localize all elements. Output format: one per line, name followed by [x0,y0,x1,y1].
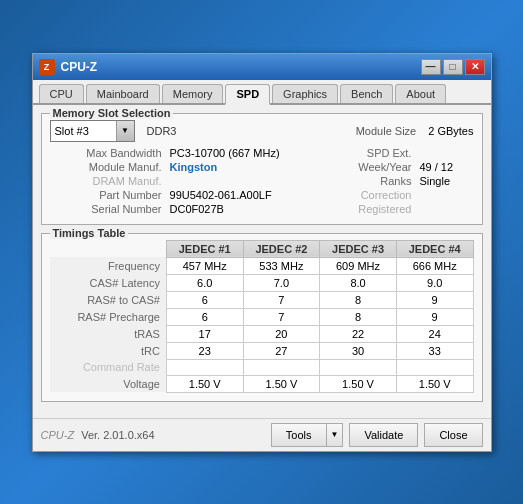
table-row: Command Rate [50,359,474,375]
cell-volt-1: 1.50 V [166,375,243,392]
info-value-blue: Kingston [166,160,331,174]
slot-dropdown-arrow[interactable]: ▼ [116,121,134,141]
cell-trc-2: 27 [243,342,320,359]
info-label: Part Number [50,188,166,202]
cell-cas-3: 8.0 [320,274,397,291]
info-value: Single [415,174,473,188]
info-label: Module Manuf. [50,160,166,174]
info-label: Max Bandwidth [50,146,166,160]
cell-ras-pre-4: 9 [396,308,473,325]
table-row: Voltage 1.50 V 1.50 V 1.50 V 1.50 V [50,375,474,392]
cell-cmd-3 [320,359,397,375]
cell-cmd-1 [166,359,243,375]
app-icon: Z [39,59,55,75]
version-number: Ver. 2.01.0.x64 [81,429,154,441]
cell-ras-cas-4: 9 [396,291,473,308]
info-value: 99U5402-061.A00LF [166,188,331,202]
app-name-footer: CPU-Z [41,429,75,441]
cell-cas-1: 6.0 [166,274,243,291]
module-size-value: 2 GBytes [428,125,473,137]
tools-button[interactable]: Tools [271,423,326,447]
tab-mainboard[interactable]: Mainboard [86,84,160,103]
cell-ras-pre-2: 7 [243,308,320,325]
version-label: CPU-Z Ver. 2.01.0.x64 [41,429,265,441]
col-header-jedec4: JEDEC #4 [396,240,473,257]
tab-bench[interactable]: Bench [340,84,393,103]
table-row: DRAM Manuf. Ranks Single [50,174,474,188]
close-window-button[interactable]: ✕ [465,59,485,75]
timings-section: Timings Table JEDEC #1 JEDEC #2 JEDEC #3… [41,233,483,402]
info-label: Ranks [330,174,415,188]
info-label-disabled: DRAM Manuf. [50,174,166,188]
minimize-button[interactable]: — [421,59,441,75]
cell-cas-2: 7.0 [243,274,320,291]
cell-ras-pre-1: 6 [166,308,243,325]
cell-tras-4: 24 [396,325,473,342]
info-value: 49 / 12 [415,160,473,174]
cell-cas-4: 9.0 [396,274,473,291]
cell-freq-1: 457 MHz [166,257,243,274]
col-header-empty [50,240,167,257]
cell-tras-3: 22 [320,325,397,342]
tools-dropdown-arrow[interactable]: ▼ [326,423,344,447]
col-header-jedec3: JEDEC #3 [320,240,397,257]
row-label-tras: tRAS [50,325,167,342]
cell-trc-1: 23 [166,342,243,359]
cell-ras-pre-3: 8 [320,308,397,325]
main-window: Z CPU-Z — □ ✕ CPU Mainboard Memory SPD G… [32,53,492,452]
cell-ras-cas-3: 8 [320,291,397,308]
slot-selector[interactable]: Slot #3 ▼ [50,120,135,142]
col-header-jedec1: JEDEC #1 [166,240,243,257]
table-row: CAS# Latency 6.0 7.0 8.0 9.0 [50,274,474,291]
tab-graphics[interactable]: Graphics [272,84,338,103]
tab-spd[interactable]: SPD [225,84,270,105]
info-label-disabled: Registered [330,202,415,216]
memory-slot-section-label: Memory Slot Selection [50,107,174,119]
tab-memory[interactable]: Memory [162,84,224,103]
info-value: DC0F027B [166,202,331,216]
cell-ras-cas-2: 7 [243,291,320,308]
tools-button-group: Tools ▼ [271,423,344,447]
close-button[interactable]: Close [424,423,482,447]
content-area: Memory Slot Selection Slot #3 ▼ DDR3 Mod… [33,105,491,418]
tab-cpu[interactable]: CPU [39,84,84,103]
table-row: RAS# to CAS# 6 7 8 9 [50,291,474,308]
module-size-label: Module Size [356,125,417,137]
col-header-jedec2: JEDEC #2 [243,240,320,257]
cell-volt-3: 1.50 V [320,375,397,392]
maximize-button[interactable]: □ [443,59,463,75]
info-value-disabled [166,174,331,188]
info-value-disabled [415,188,473,202]
window-controls: — □ ✕ [421,59,485,75]
row-label-cas: CAS# Latency [50,274,167,291]
row-label-ras-to-cas: RAS# to CAS# [50,291,167,308]
timings-header-row: JEDEC #1 JEDEC #2 JEDEC #3 JEDEC #4 [50,240,474,257]
row-label-frequency: Frequency [50,257,167,274]
table-row: Frequency 457 MHz 533 MHz 609 MHz 666 MH… [50,257,474,274]
tab-bar: CPU Mainboard Memory SPD Graphics Bench … [33,80,491,105]
cell-tras-1: 17 [166,325,243,342]
validate-button[interactable]: Validate [349,423,418,447]
window-title: CPU-Z [61,60,421,74]
info-label: Serial Number [50,202,166,216]
table-row: Serial Number DC0F027B Registered [50,202,474,216]
table-row: tRC 23 27 30 33 [50,342,474,359]
cell-trc-4: 33 [396,342,473,359]
timings-table: JEDEC #1 JEDEC #2 JEDEC #3 JEDEC #4 Freq… [50,240,474,393]
footer: CPU-Z Ver. 2.01.0.x64 Tools ▼ Validate C… [33,418,491,451]
row-label-voltage: Voltage [50,375,167,392]
row-label-ras-precharge: RAS# Precharge [50,308,167,325]
table-row: Max Bandwidth PC3-10700 (667 MHz) SPD Ex… [50,146,474,160]
cell-ras-cas-1: 6 [166,291,243,308]
tab-about[interactable]: About [395,84,446,103]
slot-row: Slot #3 ▼ DDR3 Module Size 2 GBytes [50,120,474,142]
row-label-cmd-rate: Command Rate [50,359,167,375]
cell-cmd-2 [243,359,320,375]
info-label-disabled: Correction [330,188,415,202]
table-row: tRAS 17 20 22 24 [50,325,474,342]
cell-freq-2: 533 MHz [243,257,320,274]
cell-trc-3: 30 [320,342,397,359]
table-row: Part Number 99U5402-061.A00LF Correction [50,188,474,202]
cell-freq-4: 666 MHz [396,257,473,274]
table-row: RAS# Precharge 6 7 8 9 [50,308,474,325]
